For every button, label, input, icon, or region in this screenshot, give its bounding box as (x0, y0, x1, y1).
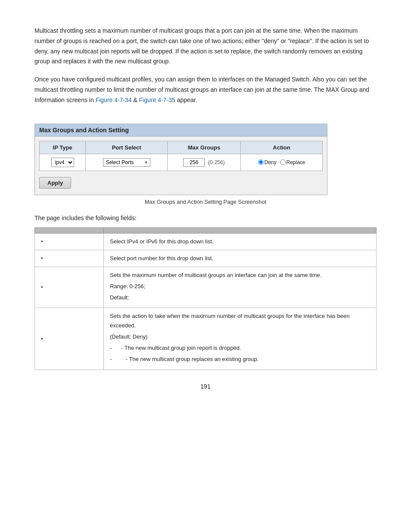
intro-p2-after: appear. (175, 96, 197, 103)
desc-3: Sets the maximum number of multicast gro… (104, 267, 377, 308)
figure-4-7-34-link[interactable]: Figure 4-7-34 (96, 96, 132, 103)
bullet-2: • (35, 250, 104, 267)
header-max-groups: Max Groups (168, 141, 241, 154)
deny-label[interactable]: Deny (258, 159, 277, 165)
apply-button[interactable]: Apply (39, 177, 71, 189)
intro-paragraph-1: Multicast throttling sets a maximum numb… (34, 26, 377, 67)
desc-2: Select port number for this drop down li… (104, 250, 377, 267)
max-groups-cell: (0-256) (168, 154, 241, 171)
desc-4-line-4: - - The new multicast group replaces an … (110, 355, 370, 364)
fields-header-col2 (104, 227, 377, 233)
replace-label[interactable]: Replace (280, 159, 305, 165)
desc-4-line-2: (Default: Deny) (110, 332, 370, 342)
desc-1-text: Select IPv4 or IPv6 for this drop down l… (110, 238, 214, 245)
replace-radio[interactable] (280, 159, 286, 165)
bullet-4: • (35, 308, 104, 370)
fields-intro: The page includes the following fields: (34, 215, 377, 221)
page-number: 191 (34, 383, 377, 390)
max-groups-input[interactable] (183, 158, 205, 167)
ip-type-select[interactable]: ipv4 ipv6 (51, 158, 74, 167)
header-ip-type: IP Type (40, 141, 86, 154)
deny-radio[interactable] (258, 159, 264, 165)
bullet-3: • (35, 267, 104, 308)
fields-row-3: • Sets the maximum number of multicast g… (35, 267, 377, 308)
replace-text: Replace (286, 159, 305, 165)
desc-1: Select IPv4 or IPv6 for this drop down l… (104, 233, 377, 250)
desc-2-text: Select port number for this drop down li… (110, 255, 213, 261)
header-action: Action (241, 141, 323, 154)
header-port-select: Port Select (86, 141, 168, 154)
screenshot-container: Max Groups and Action Setting IP Type Po… (34, 113, 377, 199)
deny-text: Deny (265, 159, 277, 165)
figure-4-7-35-link[interactable]: Figure 4-7-35 (139, 96, 175, 103)
settings-screenshot-box: Max Groups and Action Setting IP Type Po… (34, 124, 327, 195)
desc-3-line-2: Range: 0-256; (110, 282, 370, 291)
settings-title: Max Groups and Action Setting (39, 127, 129, 134)
fields-row-2: • Select port number for this drop down … (35, 250, 377, 267)
fields-header-row (35, 227, 377, 233)
settings-title-bar: Max Groups and Action Setting (35, 124, 327, 137)
desc-3-line-1: Sets the maximum number of multicast gro… (110, 271, 370, 280)
port-select-cell: Select Ports (86, 154, 168, 171)
settings-table: IP Type Port Select Max Groups Action ip… (39, 141, 323, 171)
action-radio-group: Deny Replace (245, 159, 318, 165)
screenshot-inner: IP Type Port Select Max Groups Action ip… (35, 137, 327, 195)
fields-table: • Select IPv4 or IPv6 for this drop down… (34, 227, 377, 370)
fields-header-col1 (35, 227, 104, 233)
action-cell: Deny Replace (241, 154, 323, 171)
port-select-dropdown[interactable]: Select Ports (103, 158, 150, 167)
port-select-wrapper: Select Ports (103, 158, 150, 167)
desc-4: Sets the action to take when the maximum… (104, 308, 377, 370)
intro-p2-mid: & (132, 96, 139, 103)
screenshot-caption: Max Groups and Action Setting Page Scree… (34, 199, 377, 205)
desc-4-line-1: Sets the action to take when the maximum… (110, 311, 370, 330)
settings-table-header-row: IP Type Port Select Max Groups Action (40, 141, 323, 154)
max-groups-range: (0-256) (208, 159, 225, 165)
settings-table-row: ipv4 ipv6 Select Ports (40, 154, 323, 171)
fields-row-4: • Sets the action to take when the maxim… (35, 308, 377, 370)
bullet-1: • (35, 233, 104, 250)
intro-p2-before: Once you have configured multicast profi… (34, 76, 369, 103)
ip-type-cell: ipv4 ipv6 (40, 154, 86, 171)
fields-row-1: • Select IPv4 or IPv6 for this drop down… (35, 233, 377, 250)
intro-paragraph-2: Once you have configured multicast profi… (34, 75, 377, 105)
desc-4-line-3: - - The new multicast group join report … (110, 343, 370, 353)
desc-3-line-3: Default: (110, 293, 370, 302)
